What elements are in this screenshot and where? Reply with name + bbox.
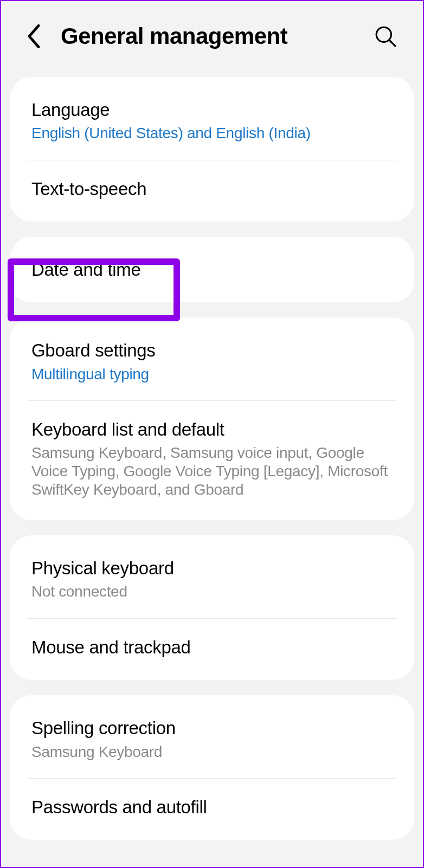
svg-line-1 bbox=[389, 40, 395, 46]
item-title: Physical keyboard bbox=[31, 557, 393, 579]
item-title: Spelling correction bbox=[31, 717, 393, 739]
language-item[interactable]: Language English (United States) and Eng… bbox=[10, 81, 414, 160]
text-to-speech-item[interactable]: Text-to-speech bbox=[10, 160, 414, 217]
item-subtitle: Samsung Keyboard bbox=[31, 743, 393, 761]
spelling-correction-item[interactable]: Spelling correction Samsung Keyboard bbox=[10, 699, 414, 778]
item-subtitle: Samsung Keyboard, Samsung voice input, G… bbox=[31, 444, 393, 498]
item-subtitle: English (United States) and English (Ind… bbox=[31, 124, 393, 142]
settings-group-2: Date and time bbox=[10, 237, 414, 302]
physical-keyboard-item[interactable]: Physical keyboard Not connected bbox=[10, 540, 414, 618]
settings-group-1: Language English (United States) and Eng… bbox=[10, 77, 414, 222]
passwords-and-autofill-item[interactable]: Passwords and autofill bbox=[10, 779, 414, 835]
item-subtitle: Multilingual typing bbox=[31, 365, 393, 384]
settings-group-5: Spelling correction Samsung Keyboard Pas… bbox=[10, 695, 414, 840]
date-and-time-item[interactable]: Date and time bbox=[10, 241, 414, 298]
header: General management bbox=[1, 1, 423, 77]
item-title: Gboard settings bbox=[31, 339, 393, 361]
item-title: Mouse and trackpad bbox=[31, 636, 393, 658]
item-title: Passwords and autofill bbox=[31, 796, 393, 818]
search-button[interactable] bbox=[372, 23, 399, 50]
page-title: General management bbox=[61, 23, 356, 49]
item-title: Text-to-speech bbox=[31, 178, 393, 200]
settings-group-4: Physical keyboard Not connected Mouse an… bbox=[10, 535, 414, 680]
settings-group-3: Gboard settings Multilingual typing Keyb… bbox=[10, 318, 414, 520]
keyboard-list-item[interactable]: Keyboard list and default Samsung Keyboa… bbox=[10, 401, 414, 516]
item-title: Date and time bbox=[31, 258, 393, 281]
item-subtitle: Not connected bbox=[31, 582, 393, 601]
search-icon bbox=[374, 25, 397, 48]
item-title: Language bbox=[31, 99, 393, 121]
item-title: Keyboard list and default bbox=[31, 418, 393, 441]
mouse-and-trackpad-item[interactable]: Mouse and trackpad bbox=[10, 619, 414, 676]
gboard-settings-item[interactable]: Gboard settings Multilingual typing bbox=[10, 322, 414, 400]
back-button[interactable] bbox=[23, 25, 44, 47]
chevron-left-icon bbox=[27, 24, 41, 48]
